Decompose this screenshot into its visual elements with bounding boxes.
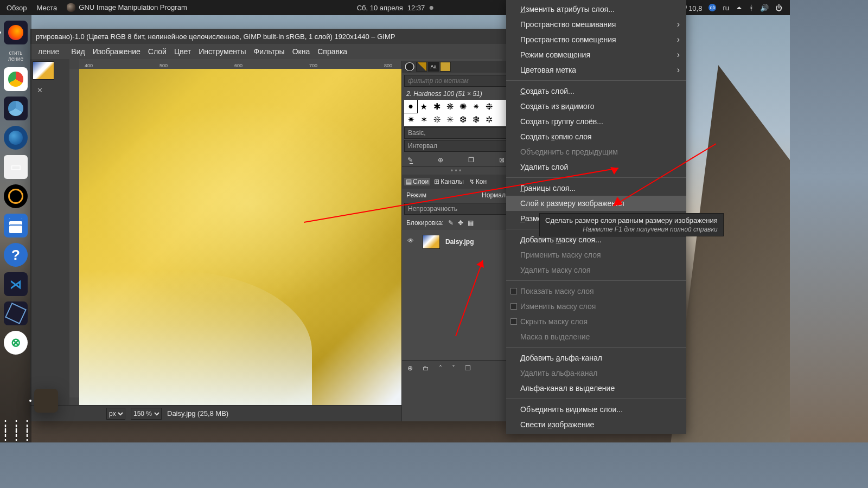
vscode-launcher[interactable]: ⋊ [4, 272, 28, 296]
new-brush-icon[interactable]: ⊕ [438, 156, 443, 164]
menu-windows[interactable]: Окна [292, 47, 310, 56]
activities-button[interactable]: Обзор [7, 4, 27, 12]
dock-drag-handle[interactable]: • • • [402, 167, 510, 175]
layers-list[interactable]: 👁 Daisy.jpg [402, 230, 510, 360]
thunderbird-launcher[interactable] [4, 126, 28, 150]
brush-item[interactable]: ✳ [443, 113, 456, 126]
virtualbox-launcher[interactable] [4, 301, 28, 325]
brush-item[interactable]: ❋ [443, 100, 456, 113]
menu-help[interactable]: Справка [317, 47, 347, 56]
gimp-launcher[interactable] [34, 389, 58, 413]
menu-item[interactable]: Пространство совмещения [506, 32, 686, 47]
chrome-launcher[interactable] [4, 67, 28, 91]
firefox-launcher[interactable] [4, 21, 28, 44]
menu-image[interactable]: Изображение [93, 47, 141, 56]
menu-layer[interactable]: Слой [148, 47, 167, 56]
menu-color[interactable]: Цвет [174, 47, 191, 56]
new-layer-icon[interactable]: ⊕ [407, 364, 413, 372]
network-icon[interactable]: ⏶ [736, 4, 743, 12]
opacity-slider[interactable]: Непрозрачность [404, 203, 508, 215]
raise-layer-icon[interactable]: ˄ [439, 364, 442, 372]
zoom-selector[interactable]: 150 % [131, 408, 162, 420]
rhythmbox-launcher[interactable] [4, 184, 28, 208]
layer-visibility-icon[interactable]: 👁 [407, 237, 417, 247]
edit-brush-icon[interactable]: ✎̲ [407, 156, 413, 164]
brush-item[interactable]: ✺ [456, 100, 469, 113]
brush-item[interactable]: ✱ [430, 100, 443, 113]
close-tab-button[interactable]: ✕ [35, 86, 44, 95]
brush-item[interactable]: ✷ [404, 113, 417, 126]
paths-tab[interactable]: ↯Кон [468, 178, 488, 185]
lang-indicator[interactable]: ru [723, 4, 729, 12]
brush-item[interactable]: ⁕ [469, 100, 482, 113]
menu-item[interactable]: Удалить слой [506, 159, 686, 175]
duplicate-layer-icon[interactable]: ❐ [465, 364, 471, 372]
volume-icon[interactable]: 🔊 [760, 4, 769, 12]
menu-item[interactable]: Создать слой... [506, 84, 686, 99]
anydesk-launcher[interactable]: ⊗ [4, 331, 28, 355]
history-tab-icon[interactable] [440, 62, 451, 72]
clock[interactable]: Сб, 10 апреля 12:37 [357, 4, 433, 12]
brush-filter-input[interactable] [404, 75, 508, 87]
layer-name-label[interactable]: Daisy.jpg [445, 238, 474, 246]
menu-truncated: ление [38, 47, 63, 56]
menu-item[interactable]: Слой к размеру изображения [506, 196, 686, 211]
qbittorrent-tray-icon[interactable]: qb [709, 4, 716, 11]
chromium-launcher[interactable] [4, 97, 28, 120]
libreoffice-launcher[interactable] [4, 214, 28, 237]
blend-mode-row[interactable]: Режим Нормал [402, 189, 510, 202]
layers-tab[interactable]: ▤Слои [404, 178, 430, 185]
menu-item[interactable]: Объединить видимые слои... [506, 402, 686, 417]
brush-item[interactable]: ✲ [482, 113, 495, 126]
menu-item[interactable]: Создать копию слоя [506, 129, 686, 144]
delete-brush-icon[interactable]: ⊠ [499, 156, 505, 164]
menu-item[interactable]: Изменить атрибуты слоя... [506, 2, 686, 17]
vertical-ruler[interactable] [69, 69, 79, 397]
patterns-tab-icon[interactable] [416, 62, 427, 72]
lock-position-icon[interactable]: ✥ [458, 219, 463, 227]
layer-thumbnail[interactable] [423, 235, 440, 249]
duplicate-brush-icon[interactable]: ❐ [468, 156, 474, 164]
menu-item[interactable]: Пространство смешивания [506, 17, 686, 32]
menu-item: Объединить с предыдущим [506, 144, 686, 159]
menu-item[interactable]: Создать из видимого [506, 99, 686, 114]
brush-item[interactable]: ★ [417, 100, 430, 113]
menu-item[interactable]: Цветовая метка [506, 62, 686, 78]
brush-item[interactable]: ❉ [482, 100, 495, 113]
lower-layer-icon[interactable]: ˅ [452, 364, 455, 372]
menu-filters[interactable]: Фильтры [254, 47, 285, 56]
lock-alpha-icon[interactable]: ▦ [468, 219, 474, 227]
brush-item[interactable]: ❊ [430, 113, 443, 126]
menu-tools[interactable]: Инструменты [199, 47, 246, 56]
menu-item[interactable]: Свести изображение [506, 417, 686, 432]
brush-item[interactable]: ❃ [469, 113, 482, 126]
files-launcher[interactable]: ▭ [4, 155, 28, 179]
brush-grid[interactable]: ● ★ ✱ ❋ ✺ ⁕ ❉ ✷ ✶ ❊ ✳ ❆ ❃ ✲ [404, 100, 508, 126]
menu-item[interactable]: Границы слоя... [506, 181, 686, 196]
help-launcher[interactable]: ? [4, 243, 28, 267]
bluetooth-icon[interactable]: ᚼ [749, 4, 754, 12]
places-menu[interactable]: Места [37, 4, 58, 12]
menu-item[interactable]: Режим совмещения [506, 47, 686, 62]
new-group-icon[interactable]: 🗀 [423, 364, 429, 372]
lock-pixels-icon[interactable]: ✎ [448, 219, 454, 227]
image-tab-thumb[interactable] [33, 61, 54, 80]
unit-selector[interactable]: px [106, 408, 125, 420]
channels-tab[interactable]: ⊞Каналы [432, 178, 465, 185]
active-app-indicator[interactable]: GNU Image Manipulation Program [67, 3, 187, 12]
brush-item[interactable]: ● [404, 100, 417, 113]
fonts-tab-icon[interactable]: Aa [428, 62, 439, 72]
menu-item[interactable]: Создать группу слоёв... [506, 114, 686, 129]
interval-slider[interactable]: Интервал [404, 140, 508, 152]
brush-item[interactable]: ✶ [417, 113, 430, 126]
window-titlebar[interactable]: ртировано)-1.0 (Цвета RGB 8 бит, нелиней… [30, 29, 510, 44]
menu-item[interactable]: Альфа-канал в выделение [506, 381, 686, 396]
layer-row[interactable]: 👁 Daisy.jpg [404, 232, 508, 252]
menu-view[interactable]: Вид [71, 47, 85, 56]
tooltip-hint: Нажмите F1 для получения полной справки [545, 226, 718, 233]
power-icon[interactable]: ⏻ [775, 4, 782, 12]
brushes-tab-icon[interactable] [404, 62, 415, 72]
menu-item[interactable]: Добавить альфа-канал [506, 350, 686, 365]
brush-item[interactable]: ❆ [456, 113, 469, 126]
show-apps-button[interactable]: ⋮⋮⋮⋮⋮⋮⋮⋮⋮ [4, 419, 28, 442]
